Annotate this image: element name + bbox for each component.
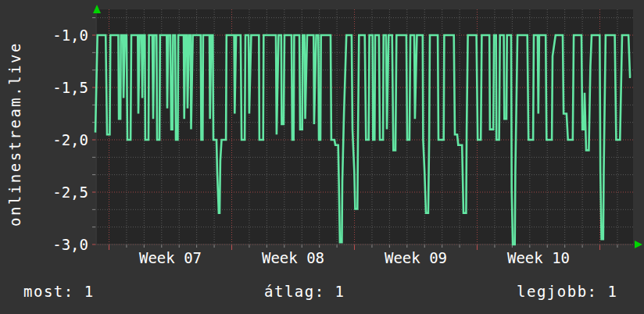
- stat-atlag: átlag: 1: [264, 282, 345, 301]
- y-tick-label: -1,5: [0, 79, 88, 96]
- stat-legjobb: legjobb: 1: [517, 282, 617, 301]
- y-tick-label: -2,5: [0, 184, 88, 201]
- y-tick-label: -1,0: [0, 27, 88, 44]
- x-tick-label: Week 07: [108, 249, 233, 266]
- y-tick-label: -3,0: [0, 236, 88, 253]
- x-tick-label: Week 09: [353, 249, 478, 266]
- x-tick-label: Week 10: [476, 249, 601, 266]
- x-tick-label: Week 08: [231, 249, 356, 266]
- x-axis-arrow-icon: [635, 241, 642, 248]
- rrd-graph-panel: onlinestream.live -1,0-1,5-2,0-2,5-3,0 W…: [0, 0, 644, 314]
- y-axis-arrow-icon: [93, 5, 101, 13]
- y-tick-label: -2,0: [0, 131, 88, 148]
- stat-most: most: 1: [23, 282, 95, 301]
- line-chart: [0, 0, 644, 314]
